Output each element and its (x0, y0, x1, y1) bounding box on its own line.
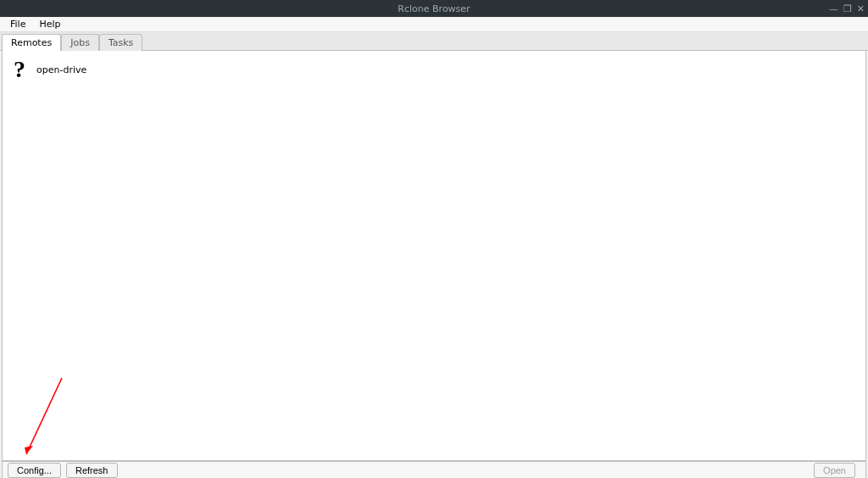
remote-label: open-drive (36, 64, 86, 75)
window-title: Rclone Browser (398, 3, 470, 14)
svg-marker-1 (25, 446, 33, 454)
remote-item[interactable]: ? open-drive (8, 56, 860, 83)
tab-remotes[interactable]: Remotes (2, 34, 61, 51)
button-bar: Config... Refresh Open (2, 461, 866, 478)
tab-jobs[interactable]: Jobs (61, 34, 99, 51)
refresh-button[interactable]: Refresh (66, 463, 118, 478)
minimize-icon[interactable]: — (829, 3, 838, 14)
arrow-annotation (18, 373, 69, 466)
menu-file[interactable]: File (3, 17, 32, 31)
tab-tasks[interactable]: Tasks (99, 34, 142, 51)
close-icon[interactable]: ✕ (857, 3, 865, 14)
window-titlebar: Rclone Browser — ❐ ✕ (0, 0, 868, 17)
open-button[interactable]: Open (814, 463, 855, 478)
menubar: File Help (0, 17, 868, 32)
svg-line-0 (26, 378, 62, 454)
config-button[interactable]: Config... (8, 463, 61, 478)
window-controls: — ❐ ✕ (829, 3, 865, 14)
remotes-list: ? open-drive (3, 51, 865, 88)
question-mark-icon: ? (9, 59, 30, 80)
content-area: ? open-drive (2, 51, 866, 461)
tab-bar: Remotes Jobs Tasks (0, 32, 868, 51)
menu-help[interactable]: Help (32, 17, 67, 31)
maximize-icon[interactable]: ❐ (843, 3, 852, 14)
